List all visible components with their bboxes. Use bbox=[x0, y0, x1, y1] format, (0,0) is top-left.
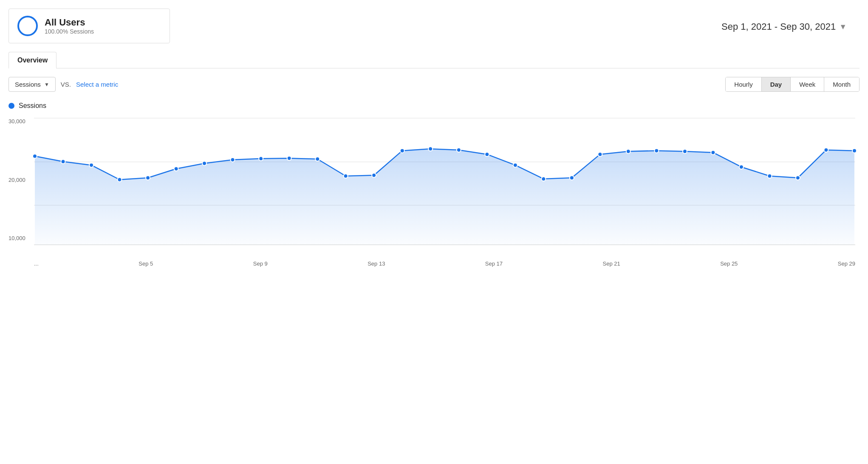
tab-bar: Overview bbox=[8, 52, 860, 68]
x-label-sep25: Sep 25 bbox=[720, 260, 738, 267]
svg-point-5 bbox=[61, 159, 65, 164]
y-label-20k: 20,000 bbox=[8, 177, 25, 183]
svg-point-28 bbox=[711, 150, 715, 155]
svg-point-21 bbox=[513, 163, 517, 167]
svg-point-32 bbox=[824, 148, 828, 152]
chart-area bbox=[34, 114, 855, 250]
legend-dot-sessions bbox=[8, 103, 14, 109]
svg-point-33 bbox=[852, 149, 857, 153]
metric-label: Sessions bbox=[15, 81, 41, 88]
time-buttons-group: Hourly Day Week Month bbox=[725, 77, 860, 92]
time-btn-hourly[interactable]: Hourly bbox=[726, 77, 761, 91]
svg-point-4 bbox=[33, 154, 37, 158]
segment-icon bbox=[17, 16, 38, 36]
svg-point-10 bbox=[202, 161, 206, 165]
svg-point-8 bbox=[146, 175, 150, 180]
svg-point-9 bbox=[174, 167, 178, 171]
x-label-sep9: Sep 9 bbox=[253, 260, 268, 267]
date-range-selector[interactable]: Sep 1, 2021 - Sep 30, 2021 ▼ bbox=[721, 21, 847, 32]
x-label-ellipsis: ... bbox=[34, 260, 39, 267]
select-metric-link[interactable]: Select a metric bbox=[76, 81, 118, 88]
y-axis-labels: 30,000 20,000 10,000 bbox=[8, 114, 25, 241]
svg-point-31 bbox=[796, 175, 800, 180]
svg-point-23 bbox=[570, 175, 574, 180]
svg-point-7 bbox=[118, 178, 122, 182]
svg-point-27 bbox=[683, 149, 687, 153]
x-label-sep13: Sep 13 bbox=[368, 260, 385, 267]
x-axis-labels: ... Sep 5 Sep 9 Sep 13 Sep 17 Sep 21 Sep… bbox=[34, 260, 855, 267]
x-label-sep17: Sep 17 bbox=[485, 260, 503, 267]
chart-container: 30,000 20,000 10,000 ... Sep 5 Sep 9 Sep… bbox=[8, 114, 860, 275]
svg-point-29 bbox=[739, 165, 744, 169]
svg-point-20 bbox=[485, 152, 489, 156]
date-range-label: Sep 1, 2021 - Sep 30, 2021 bbox=[721, 21, 836, 32]
svg-point-17 bbox=[400, 149, 404, 153]
svg-point-16 bbox=[372, 173, 376, 178]
x-label-sep29: Sep 29 bbox=[838, 260, 855, 267]
chevron-down-icon: ▼ bbox=[839, 23, 847, 31]
x-label-sep5: Sep 5 bbox=[139, 260, 153, 267]
svg-point-13 bbox=[287, 156, 291, 161]
x-label-sep21: Sep 21 bbox=[602, 260, 620, 267]
svg-point-18 bbox=[428, 147, 433, 151]
svg-point-12 bbox=[259, 156, 263, 161]
y-label-30k: 30,000 bbox=[8, 118, 25, 124]
svg-point-6 bbox=[89, 163, 93, 167]
time-btn-day[interactable]: Day bbox=[761, 77, 791, 91]
time-btn-month[interactable]: Month bbox=[824, 77, 859, 91]
svg-point-22 bbox=[541, 177, 546, 181]
svg-point-30 bbox=[767, 174, 772, 178]
svg-point-24 bbox=[598, 152, 602, 156]
svg-point-19 bbox=[457, 148, 461, 152]
segment-sessions: 100.00% Sessions bbox=[45, 28, 94, 35]
svg-point-26 bbox=[654, 149, 659, 153]
segment-info: All Users 100.00% Sessions bbox=[45, 17, 94, 35]
svg-point-15 bbox=[344, 174, 348, 178]
svg-point-11 bbox=[231, 158, 235, 162]
dropdown-arrow-icon: ▼ bbox=[44, 82, 49, 88]
chart-legend: Sessions bbox=[8, 102, 860, 110]
line-chart-svg bbox=[34, 114, 855, 250]
y-label-10k: 10,000 bbox=[8, 235, 25, 241]
segment-box: All Users 100.00% Sessions bbox=[8, 8, 170, 43]
metric-dropdown[interactable]: Sessions ▼ bbox=[8, 77, 56, 92]
tab-overview[interactable]: Overview bbox=[8, 52, 57, 68]
segment-name: All Users bbox=[45, 17, 94, 28]
time-btn-week[interactable]: Week bbox=[790, 77, 824, 91]
vs-text: VS. bbox=[61, 81, 71, 88]
controls-row: Sessions ▼ VS. Select a metric Hourly Da… bbox=[8, 77, 860, 92]
svg-point-14 bbox=[315, 157, 319, 161]
svg-point-25 bbox=[626, 149, 631, 153]
legend-label-sessions: Sessions bbox=[19, 102, 46, 110]
left-controls: Sessions ▼ VS. Select a metric bbox=[8, 77, 118, 92]
